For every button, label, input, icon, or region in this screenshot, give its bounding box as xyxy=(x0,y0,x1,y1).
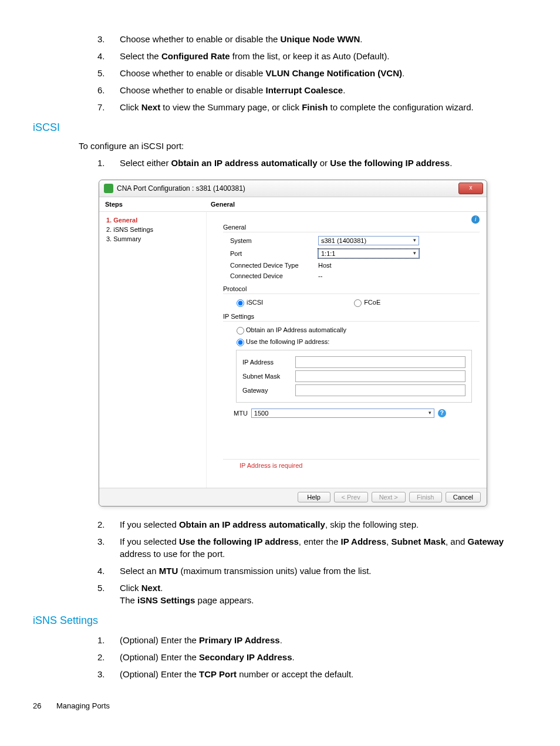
isns-heading: iSNS Settings xyxy=(33,615,527,627)
system-dropdown[interactable]: s381 (1400381) xyxy=(318,236,419,245)
step-number: 3. xyxy=(97,668,120,680)
ip-address-input[interactable] xyxy=(295,356,465,368)
protocol-iscsi-radio[interactable]: iSCSI xyxy=(234,298,263,307)
subnet-mask-label: Subnet Mask xyxy=(242,373,295,380)
step-text: Choose whether to enable or disable VLUN… xyxy=(120,67,527,79)
iscsi-heading: iSCSI xyxy=(33,121,527,134)
after-steps-list: 2. If you selected Obtain an IP address … xyxy=(97,518,527,606)
step-number: 5. xyxy=(97,67,120,79)
step-text: Choose whether to enable or disable Inte… xyxy=(120,84,527,96)
step-text: (Optional) Enter the Secondary IP Addres… xyxy=(120,651,527,663)
step-text: If you selected Obtain an IP address aut… xyxy=(120,518,527,531)
radio-ip-manual[interactable] xyxy=(237,339,244,346)
step-text: Choose whether to enable or disable the … xyxy=(120,33,527,45)
info-icon[interactable]: i xyxy=(471,215,480,224)
step-number: 4. xyxy=(97,565,120,577)
steps-header: Steps xyxy=(99,197,205,211)
step-text: Select the Configured Rate from the list… xyxy=(120,50,527,62)
list-item: 6. Choose whether to enable or disable I… xyxy=(97,84,527,96)
ip-auto-radio[interactable]: Obtain an IP Address automatically xyxy=(234,325,480,335)
list-item: 1. (Optional) Enter the Primary IP Addre… xyxy=(97,634,527,646)
group-ip-settings-title: IP Settings xyxy=(223,313,480,322)
ip-manual-radio[interactable]: Use the following IP address: xyxy=(234,337,480,346)
radio-ip-auto[interactable] xyxy=(237,327,244,335)
cancel-button[interactable]: Cancel xyxy=(446,492,481,502)
mtu-dropdown[interactable]: 1500 xyxy=(251,409,434,418)
list-item: 4. Select the Configured Rate from the l… xyxy=(97,50,527,62)
dialog-column-headers: Steps General xyxy=(99,197,487,212)
group-general-title: General xyxy=(223,224,480,232)
page-footer: 26 Managing Ports xyxy=(33,701,527,710)
wizard-step-summary[interactable]: 3. Summary xyxy=(106,235,200,242)
wizard-step-isns[interactable]: 2. iSNS Settings xyxy=(106,226,200,233)
error-message: IP Address is required xyxy=(223,459,480,472)
page-number: 26 xyxy=(33,701,56,710)
step-number: 1. xyxy=(97,634,120,646)
ip-address-label: IP Address xyxy=(242,359,295,366)
finish-button[interactable]: Finish xyxy=(409,492,442,502)
gateway-label: Gateway xyxy=(242,387,295,394)
system-label: System xyxy=(230,237,318,244)
step-text: (Optional) Enter the TCP Port number or … xyxy=(120,668,527,680)
ip-fields-group: IP Address Subnet Mask Gateway xyxy=(236,350,472,403)
close-button[interactable]: x xyxy=(458,183,483,194)
step-number: 2. xyxy=(97,651,120,663)
list-item: 3. (Optional) Enter the TCP Port number … xyxy=(97,668,527,680)
connected-device-label: Connected Device xyxy=(230,272,318,279)
list-item: 4. Select an MTU (maximum transmission u… xyxy=(97,565,527,577)
step-text: If you selected Use the following IP add… xyxy=(120,535,527,560)
list-item: 5. Choose whether to enable or disable V… xyxy=(97,67,527,79)
step-text: Select either Obtain an IP address autom… xyxy=(120,157,527,169)
list-item: 2. (Optional) Enter the Secondary IP Add… xyxy=(97,651,527,663)
step-number: 3. xyxy=(97,535,120,560)
step-number: 6. xyxy=(97,84,120,96)
connected-device-type-value: Host xyxy=(318,262,480,269)
step-number: 2. xyxy=(97,518,120,531)
port-dropdown[interactable]: 1:1:1 xyxy=(318,249,419,258)
wizard-steps: 1. General 2. iSNS Settings 3. Summary xyxy=(99,212,207,488)
app-icon xyxy=(104,184,113,193)
cna-port-config-dialog: CNA Port Configuration : s381 (1400381) … xyxy=(99,180,487,507)
list-item: 2. If you selected Obtain an IP address … xyxy=(97,518,527,531)
dialog-button-bar: Help < Prev Next > Finish Cancel xyxy=(99,488,487,506)
connected-device-type-label: Connected Device Type xyxy=(230,262,318,269)
list-item: 5. Click Next. The iSNS Settings page ap… xyxy=(97,582,527,606)
help-button[interactable]: Help xyxy=(298,492,330,502)
list-item: 3. If you selected Use the following IP … xyxy=(97,535,527,560)
step-number: 4. xyxy=(97,50,120,62)
next-button[interactable]: Next > xyxy=(372,492,406,502)
list-item: 3. Choose whether to enable or disable t… xyxy=(97,33,527,45)
step-text: Click Next. The iSNS Settings page appea… xyxy=(120,582,527,606)
dialog-title: CNA Port Configuration : s381 (1400381) xyxy=(117,184,458,193)
step-text: (Optional) Enter the Primary IP Address. xyxy=(120,634,527,646)
step-text: Select an MTU (maximum transmission unit… xyxy=(120,565,527,577)
iscsi-step1-list: 1. Select either Obtain an IP address au… xyxy=(97,157,527,169)
prev-button[interactable]: < Prev xyxy=(334,492,368,502)
list-item: 7. Click Next to view the Summary page, … xyxy=(97,101,527,113)
list-item: 1. Select either Obtain an IP address au… xyxy=(97,157,527,169)
dialog-content: i General System s381 (1400381) Port 1:1… xyxy=(207,212,487,488)
isns-steps-list: 1. (Optional) Enter the Primary IP Addre… xyxy=(97,634,527,680)
iscsi-intro: To configure an iSCSI port: xyxy=(79,141,527,151)
radio-fcoe[interactable] xyxy=(354,299,362,307)
group-protocol-title: Protocol xyxy=(223,285,480,294)
port-label: Port xyxy=(230,250,318,257)
step-number: 3. xyxy=(97,33,120,45)
step-number: 7. xyxy=(97,101,120,113)
top-steps-list: 3. Choose whether to enable or disable t… xyxy=(97,33,527,113)
dialog-titlebar: CNA Port Configuration : s381 (1400381) … xyxy=(99,180,487,197)
step-number: 5. xyxy=(97,582,120,606)
connected-device-value: -- xyxy=(318,272,480,279)
protocol-fcoe-radio[interactable]: FCoE xyxy=(351,298,380,307)
wizard-step-general[interactable]: 1. General xyxy=(106,217,200,224)
subnet-mask-input[interactable] xyxy=(295,370,465,382)
step-number: 1. xyxy=(97,157,120,169)
general-header: General xyxy=(205,197,487,211)
radio-iscsi[interactable] xyxy=(237,299,244,307)
mtu-label: MTU xyxy=(234,410,248,417)
step-text: Click Next to view the Summary page, or … xyxy=(120,101,527,113)
help-icon[interactable]: ? xyxy=(438,409,446,417)
footer-section: Managing Ports xyxy=(56,701,110,710)
gateway-input[interactable] xyxy=(295,384,465,396)
